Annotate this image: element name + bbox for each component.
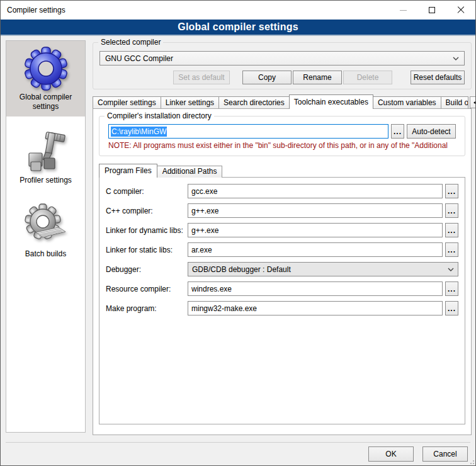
tab-scroll-buttons bbox=[468, 96, 476, 108]
blue-gear-icon bbox=[23, 46, 69, 91]
field-label: Debugger: bbox=[106, 265, 188, 274]
field-row-linker-dynamic: Linker for dynamic libs: ... bbox=[106, 223, 458, 237]
compiler-select[interactable]: GNU GCC Compiler bbox=[99, 51, 465, 65]
field-label: C++ compiler: bbox=[106, 207, 188, 215]
settings-category-list: Global compiler settings Pr bbox=[6, 40, 86, 433]
linker-dynamic-input[interactable] bbox=[188, 223, 443, 237]
resource-compiler-input[interactable] bbox=[188, 281, 443, 296]
field-row-make-program: Make program: ... bbox=[106, 301, 458, 315]
browse-linker-static-button[interactable]: ... bbox=[445, 242, 458, 257]
field-label: Linker for static libs: bbox=[106, 246, 188, 254]
group-label: Selected compiler bbox=[98, 38, 163, 47]
page-title: Global compiler settings bbox=[178, 21, 298, 33]
tab-toolchain-executables[interactable]: Toolchain executables bbox=[289, 94, 373, 109]
browse-linker-dynamic-button[interactable]: ... bbox=[445, 223, 458, 237]
window-title: Compiler settings bbox=[7, 1, 65, 20]
set-as-default-button[interactable]: Set as default bbox=[173, 71, 230, 84]
field-row-linker-static: Linker for static libs: ... bbox=[106, 242, 458, 257]
field-label: C compiler: bbox=[106, 187, 188, 196]
minimize-button[interactable] bbox=[388, 1, 417, 20]
footer-divider bbox=[6, 442, 470, 443]
sidebar-item-global-compiler-settings[interactable]: Global compiler settings bbox=[6, 41, 85, 116]
maximize-icon bbox=[429, 7, 435, 13]
copy-button[interactable]: Copy bbox=[242, 71, 292, 84]
tab-compiler-settings[interactable]: Compiler settings bbox=[93, 96, 161, 109]
cpp-compiler-input[interactable] bbox=[188, 203, 443, 218]
tab-linker-settings[interactable]: Linker settings bbox=[161, 96, 219, 109]
minimize-icon bbox=[400, 10, 407, 11]
field-row-resource-compiler: Resource compiler: ... bbox=[106, 281, 458, 296]
chevron-down-icon bbox=[453, 57, 459, 60]
dialog-header: Global compiler settings bbox=[1, 20, 475, 36]
close-icon bbox=[457, 6, 465, 14]
tab-custom-variables[interactable]: Custom variables bbox=[373, 96, 441, 109]
field-label: Linker for dynamic libs: bbox=[106, 226, 188, 235]
reset-defaults-button[interactable]: Reset defaults bbox=[411, 71, 465, 84]
tab-scroll-left-icon bbox=[473, 100, 476, 105]
resize-grip[interactable] bbox=[468, 458, 474, 464]
browse-c-compiler-button[interactable]: ... bbox=[445, 184, 458, 198]
rename-button[interactable]: Rename bbox=[293, 71, 342, 84]
c-compiler-input[interactable] bbox=[188, 184, 443, 198]
browse-cpp-compiler-button[interactable]: ... bbox=[445, 203, 458, 218]
note-text: NOTE: All programs must exist either in … bbox=[108, 141, 463, 150]
settings-tabs: Compiler settings Linker settings Search… bbox=[93, 94, 472, 109]
program-files-page: C compiler: ... C++ compiler: ... Linker… bbox=[99, 177, 465, 424]
delete-button[interactable]: Delete bbox=[343, 71, 392, 84]
close-button[interactable] bbox=[446, 1, 475, 20]
debugger-select[interactable]: GDB/CDB debugger : Default bbox=[188, 262, 458, 276]
tab-program-files[interactable]: Program Files bbox=[99, 164, 157, 178]
tab-scroll-left-button[interactable] bbox=[470, 96, 476, 108]
browse-directory-button[interactable]: ... bbox=[391, 124, 404, 139]
sidebar-item-label: Profiler settings bbox=[8, 176, 84, 185]
field-row-c-compiler: C compiler: ... bbox=[106, 184, 458, 198]
browse-make-program-button[interactable]: ... bbox=[445, 301, 458, 315]
tab-build-options[interactable]: Build options bbox=[441, 96, 468, 109]
linker-static-input[interactable] bbox=[188, 242, 443, 257]
auto-detect-button[interactable]: Auto-detect bbox=[407, 124, 456, 139]
tab-search-directories[interactable]: Search directories bbox=[218, 96, 290, 109]
sidebar-item-batch-builds[interactable]: Batch builds bbox=[6, 198, 85, 264]
tab-additional-paths[interactable]: Additional Paths bbox=[157, 166, 223, 178]
cancel-button[interactable]: Cancel bbox=[422, 446, 468, 462]
dialog-buttons: OK Cancel bbox=[368, 446, 468, 462]
field-row-cpp-compiler: C++ compiler: ... bbox=[106, 203, 458, 218]
make-program-input[interactable] bbox=[188, 301, 443, 315]
toolchain-executables-page: Compiler's installation directory C:\ray… bbox=[93, 108, 472, 435]
field-row-debugger: Debugger: GDB/CDB debugger : Default bbox=[106, 262, 458, 276]
ok-button[interactable]: OK bbox=[368, 446, 414, 462]
browse-resource-compiler-button[interactable]: ... bbox=[445, 281, 458, 296]
installation-directory-group: Compiler's installation directory C:\ray… bbox=[99, 116, 465, 156]
compiler-settings-dialog: Compiler settings Global compiler settin… bbox=[0, 0, 476, 466]
gear-stack-icon bbox=[23, 203, 69, 248]
title-bar[interactable]: Compiler settings bbox=[1, 1, 475, 20]
compiler-actions: Set as default Copy Rename Delete Reset … bbox=[99, 71, 465, 84]
group-label: Compiler's installation directory bbox=[105, 111, 214, 120]
sidebar-item-label: Global compiler settings bbox=[8, 93, 84, 111]
program-tabs: Program Files Additional Paths bbox=[99, 164, 222, 178]
field-label: Resource compiler: bbox=[106, 285, 188, 293]
sidebar-item-label: Batch builds bbox=[8, 249, 84, 259]
installation-directory-input[interactable]: C:\raylib\MinGW bbox=[108, 124, 388, 139]
chevron-down-icon bbox=[448, 268, 454, 271]
installation-directory-value: C:\raylib\MinGW bbox=[111, 127, 167, 137]
field-label: Make program: bbox=[106, 304, 188, 313]
sidebar-item-profiler-settings[interactable]: Profiler settings bbox=[6, 124, 85, 190]
compiler-select-value: GNU GCC Compiler bbox=[105, 54, 453, 63]
debugger-select-value: GDB/CDB debugger : Default bbox=[192, 265, 448, 274]
caliper-icon bbox=[23, 129, 69, 174]
maximize-button[interactable] bbox=[417, 1, 446, 20]
selected-compiler-group: Selected compiler GNU GCC Compiler Set a… bbox=[93, 42, 472, 89]
installation-directory-row: C:\raylib\MinGW ... Auto-detect bbox=[108, 124, 456, 139]
